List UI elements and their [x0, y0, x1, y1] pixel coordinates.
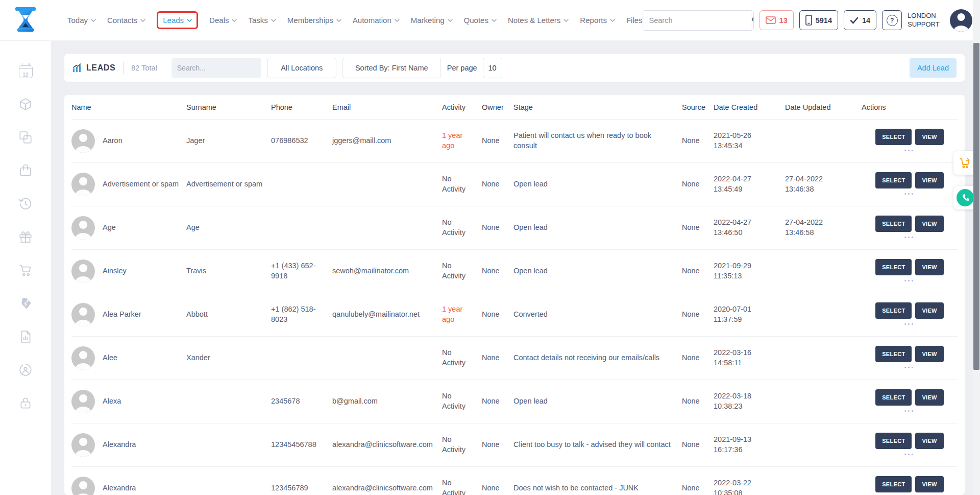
sort-filter[interactable]: Sorted By: First Name [342, 58, 441, 78]
account-avatar[interactable] [950, 9, 972, 32]
date-created-cell: 2021-09-29 11:35:13 [714, 261, 785, 281]
select-button[interactable]: SELECT [875, 476, 912, 492]
name-cell: Alexa [71, 390, 186, 413]
owner-cell: None [482, 310, 513, 320]
select-button[interactable]: SELECT [875, 259, 912, 275]
price-tag-icon: $ [18, 296, 33, 311]
leads-search-input[interactable] [177, 64, 270, 72]
sidebar-item-gifts[interactable] [18, 229, 33, 245]
lead-name: Age [103, 223, 116, 233]
view-button[interactable]: VIEW [915, 302, 943, 319]
sidebar-item-duplicates[interactable] [18, 130, 33, 145]
sidebar-item-reports[interactable] [18, 329, 33, 344]
sidebar-item-security[interactable] [18, 395, 33, 411]
email-cell: jggers@maill.com [332, 136, 442, 146]
more-actions-button[interactable]: ••• [904, 408, 915, 414]
more-actions-button[interactable]: ••• [904, 148, 915, 153]
package-icon [18, 97, 33, 111]
table-row: Ainsley Travis +1 (433) 652-9918 sewoh@m… [71, 250, 958, 293]
calendar-icon: 12 [19, 65, 33, 78]
name-cell: Advertisement or spam [71, 173, 186, 196]
more-actions-button[interactable]: ••• [904, 278, 915, 284]
surname-cell: Abbott [186, 310, 271, 320]
view-button[interactable]: VIEW [915, 433, 943, 449]
nav-item-today[interactable]: Today [67, 16, 96, 25]
source-cell: None [682, 440, 714, 450]
owner-cell: None [482, 223, 513, 233]
sidebar-item-account[interactable] [18, 362, 33, 378]
leads-search [172, 58, 261, 78]
tasks-badge[interactable]: 14 [844, 10, 876, 30]
app-logo[interactable] [0, 7, 51, 34]
select-button[interactable]: SELECT [875, 216, 912, 232]
help-button[interactable]: ? [882, 10, 902, 30]
calls-badge[interactable]: 5914 [799, 10, 838, 30]
select-button[interactable]: SELECT [875, 302, 912, 319]
shopping-bag-icon [18, 163, 33, 178]
scrollbar-thumb[interactable] [973, 43, 979, 370]
nav-item-quotes[interactable]: Quotes [464, 16, 497, 25]
view-button[interactable]: VIEW [915, 476, 943, 492]
global-search-input[interactable] [643, 11, 751, 30]
nav-item-leads[interactable]: Leads [157, 11, 198, 29]
stage-cell: Open lead [513, 223, 682, 233]
chevron-down-icon [492, 19, 497, 22]
select-button[interactable]: SELECT [875, 129, 912, 145]
nav-item-files[interactable]: Files [626, 16, 643, 25]
nav-item-tasks[interactable]: Tasks [248, 16, 276, 25]
owner-cell: None [482, 483, 513, 493]
stage-cell: Open lead [513, 179, 682, 190]
view-button[interactable]: VIEW [915, 346, 943, 362]
column-header-date-created: Date Created [714, 103, 785, 111]
more-actions-button[interactable]: ••• [904, 365, 915, 370]
lead-name: Aaron [103, 136, 122, 146]
view-button[interactable]: VIEW [915, 389, 943, 406]
nav-label: Deals [209, 16, 229, 25]
view-button[interactable]: VIEW [915, 129, 943, 145]
nav-item-deals[interactable]: Deals [209, 16, 237, 25]
sort-filter-value: Sorted By: First Name [355, 64, 428, 72]
sidebar-item-cart[interactable] [18, 263, 33, 278]
avatar [71, 303, 95, 326]
view-button[interactable]: VIEW [915, 259, 943, 275]
select-button[interactable]: SELECT [875, 172, 912, 188]
lead-name: Ainsley [103, 266, 127, 276]
nav-item-contacts[interactable]: Contacts [107, 16, 145, 25]
per-page-input[interactable] [483, 58, 502, 78]
table-row: Alexandra 123456789 alexandra@clinicsoft… [71, 467, 958, 495]
calls-count: 5914 [816, 16, 832, 25]
sidebar-item-pricing[interactable]: $ [18, 296, 33, 311]
select-button[interactable]: SELECT [875, 433, 912, 449]
nav-item-marketing[interactable]: Marketing [411, 16, 453, 25]
add-lead-button[interactable]: Add Lead [910, 58, 957, 78]
select-button[interactable]: SELECT [875, 346, 912, 362]
sidebar-item-orders[interactable] [18, 163, 33, 178]
phone-cell: 2345678 [271, 396, 332, 407]
more-actions-button[interactable]: ••• [904, 234, 915, 240]
select-button[interactable]: SELECT [875, 389, 912, 406]
lead-name: Alexa [103, 396, 121, 407]
more-actions-button[interactable]: ••• [904, 452, 915, 457]
chevron-down-icon [232, 19, 237, 22]
actions-cell: SELECT VIEW ••• [862, 129, 958, 153]
column-header-surname: Surname [186, 103, 271, 111]
nav-item-reports[interactable]: Reports [580, 16, 615, 25]
location-filter[interactable]: All Locations [267, 58, 336, 78]
nav-item-memberships[interactable]: Memberships [287, 16, 341, 25]
surname-cell: Xander [186, 353, 271, 363]
table-row: Alexa 2345678 b@gmail.com No Activity No… [71, 380, 958, 423]
sidebar-item-history[interactable] [18, 196, 33, 211]
view-button[interactable]: VIEW [915, 216, 943, 232]
nav-item-notes-letters[interactable]: Notes & Letters [508, 16, 569, 25]
activity-cell: No Activity [442, 478, 482, 495]
messages-badge[interactable]: 13 [760, 10, 794, 30]
more-actions-button[interactable]: ••• [904, 191, 915, 197]
nav-item-automation[interactable]: Automation [353, 16, 400, 25]
email-cell: qanulubely@mailinator.net [332, 310, 442, 320]
more-actions-button[interactable]: ••• [904, 321, 915, 327]
sidebar-item-calendar[interactable]: 12 [18, 63, 33, 79]
sidebar-item-products[interactable] [18, 97, 33, 112]
total-count: 82 Total [131, 64, 157, 72]
search-button[interactable] [751, 11, 754, 30]
view-button[interactable]: VIEW [915, 172, 943, 188]
